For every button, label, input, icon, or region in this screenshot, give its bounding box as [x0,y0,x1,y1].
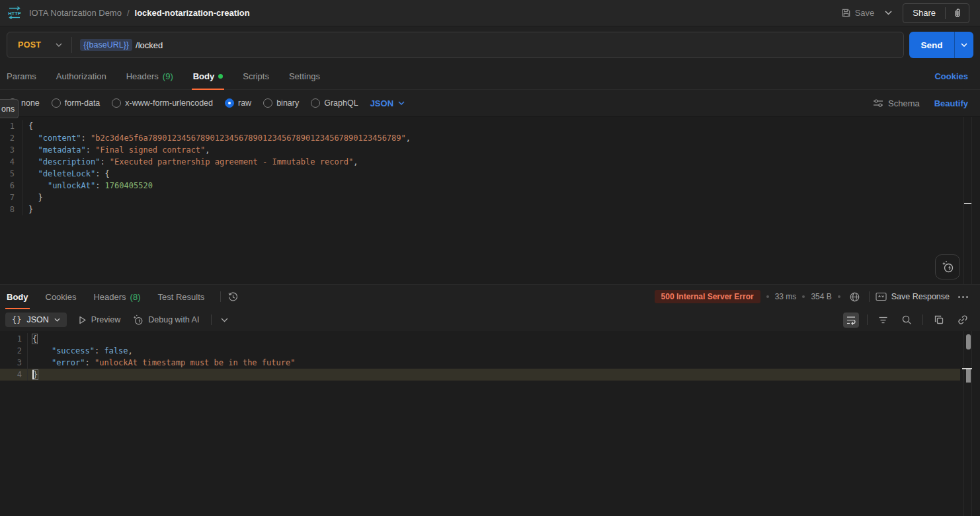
tab-settings[interactable]: Settings [288,63,321,89]
code-line[interactable]: 1{ [0,333,980,345]
body-type-radio-binary[interactable]: binary [263,98,299,108]
response-body-editor[interactable]: 1{2 "success": false,3 "error": "unlockA… [0,331,980,516]
cookies-link[interactable]: Cookies [934,63,968,89]
scrollbar-thumb[interactable] [966,334,971,350]
code-line[interactable]: 2 "success": false, [0,345,980,357]
play-icon [79,316,87,324]
ai-sparkle-icon [132,314,143,326]
breadcrumb-request-name[interactable]: locked-notarization-creation [135,8,250,18]
body-modified-dot [218,74,223,79]
ai-sparkle-icon [941,260,954,274]
network-globe-icon[interactable] [846,289,863,305]
tab-headers[interactable]: Headers (9) [125,63,175,89]
radio-label: GraphQL [324,98,358,108]
code-text: { [22,120,33,132]
response-tab-test-results[interactable]: Test Results [157,285,206,309]
response-format-dropdown[interactable]: {} JSON [5,313,67,327]
method-label: POST [18,40,41,50]
code-line[interactable]: 2 "content": "b2c3d4e5f6a789012345678901… [0,132,980,144]
chevron-down-icon [398,101,405,105]
url-input[interactable]: {{baseURL}} /locked [80,39,163,51]
postbot-ai-button[interactable] [935,254,960,279]
headers-count: (9) [163,71,173,81]
share-button[interactable]: Share [903,4,945,22]
link-icon[interactable] [955,312,971,328]
code-text: } [22,192,43,203]
method-selector[interactable]: POST [7,32,71,57]
code-text: "unlockAt": 1760405520 [22,180,153,192]
wrap-text-button[interactable] [843,313,859,328]
radio-label: raw [238,98,251,108]
code-line[interactable]: 6 "unlockAt": 1760405520 [0,180,980,192]
tab-authorization[interactable]: Authorization [55,63,108,89]
radio-label: binary [276,98,299,108]
line-number: 3 [0,357,28,369]
beautify-button[interactable]: Beautify [934,98,968,108]
svg-text:HTTP: HTTP [8,11,21,17]
url-bar: POST {{baseURL}} /locked [7,32,904,58]
raw-format-dropdown[interactable]: JSON [370,98,405,108]
code-text: "description": "Executed partnership agr… [22,156,358,168]
body-type-radio-graphql[interactable]: GraphQL [311,98,358,108]
breadcrumb-separator: / [127,8,130,18]
schema-button[interactable]: Schema [873,98,920,108]
dot-separator [838,295,840,298]
request-editor-overview-ruler[interactable] [963,117,972,284]
body-type-radio-x-www-form-urlencoded[interactable]: x-www-form-urlencoded [112,98,213,108]
code-line[interactable]: 3 "error": "unlockAt timestamp must be i… [0,357,980,369]
divider [867,314,868,325]
line-number: 2 [0,345,28,357]
response-tab-cookies[interactable]: Cookies [44,285,78,309]
save-button[interactable]: Save [841,8,875,18]
debug-with-ai-button[interactable]: Debug with AI [132,314,199,326]
response-editor-scrollbar[interactable] [963,331,972,516]
code-line[interactable]: 4 "description": "Executed partnership a… [0,156,980,168]
tab-params[interactable]: Params [5,63,38,89]
save-response-icon [876,292,887,301]
search-icon[interactable] [899,312,915,328]
cursor-position-bar [966,369,971,383]
divider [922,314,923,325]
tab-body[interactable]: Body [192,63,225,89]
save-icon [841,8,851,18]
top-header: HTTP IOTA Notarization Demo / locked-not… [0,0,980,26]
response-headers-count: (8) [130,292,141,302]
line-number: 6 [0,180,22,192]
more-actions-button[interactable] [956,293,971,301]
send-button[interactable]: Send [909,32,954,58]
clipped-sidebar-overlay: ons [0,99,19,118]
copy-button[interactable] [931,312,947,328]
response-size[interactable]: 354 B [811,292,831,301]
code-text: } [22,203,33,215]
code-text: { [28,333,37,345]
code-line[interactable]: 4} [0,369,960,381]
api-client-window: HTTP IOTA Notarization Demo / locked-not… [0,0,980,516]
filter-button[interactable] [876,313,891,327]
copy-link-button[interactable] [946,4,969,22]
radio-icon [52,98,61,108]
code-line[interactable]: 8} [0,203,980,215]
preview-button[interactable]: Preview [79,315,120,324]
response-tab-body[interactable]: Body [5,285,30,309]
send-options-chevron[interactable] [954,32,973,58]
response-tab-headers[interactable]: Headers (8) [92,285,142,309]
code-line[interactable]: 1{ [0,120,980,132]
breadcrumb-collection[interactable]: IOTA Notarization Demo [29,8,122,18]
response-history-button[interactable] [227,285,239,309]
body-type-radio-raw[interactable]: raw [225,98,251,108]
request-body-editor[interactable]: 1{2 "content": "b2c3d4e5f6a7890123456789… [0,116,980,285]
radio-label: form-data [65,98,101,108]
response-time[interactable]: 33 ms [775,292,797,301]
code-text: "deleteLock": { [22,168,110,180]
code-line[interactable]: 5 "deleteLock": { [0,168,980,180]
save-options-chevron[interactable] [881,9,896,17]
chevron-down-icon [54,318,60,322]
code-line[interactable]: 7 } [0,192,980,203]
save-response-button[interactable]: Save Response [876,292,950,301]
url-variable-chip[interactable]: {{baseURL}} [80,39,132,51]
status-badge[interactable]: 500 Internal Server Error [655,290,760,303]
more-views-chevron[interactable] [218,315,231,325]
body-type-radio-form-data[interactable]: form-data [52,98,101,108]
tab-scripts[interactable]: Scripts [241,63,270,89]
code-line[interactable]: 3 "metadata": "Final signed contract", [0,144,980,156]
